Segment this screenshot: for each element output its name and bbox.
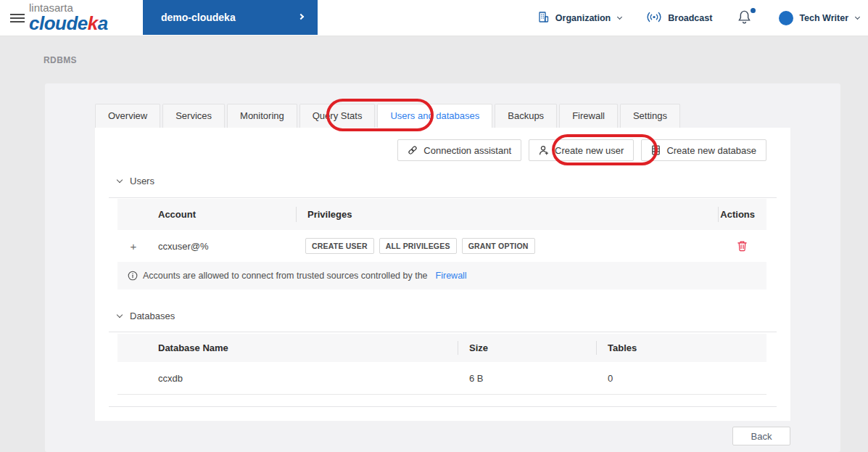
users-header-account: Account — [117, 199, 296, 230]
toolbar: Connection assistant Create new user Cre… — [397, 139, 766, 161]
info-note-text: Accounts are allowed to connect from tru… — [143, 271, 428, 281]
db-header-tables: Tables — [596, 334, 766, 362]
db-header-name: Database Name — [117, 334, 458, 362]
privilege-badge: GRANT OPTION — [462, 238, 535, 254]
divider — [109, 197, 777, 198]
privilege-badge: ALL PRIVILEGES — [379, 238, 457, 254]
divider — [109, 406, 777, 407]
menu-icon[interactable] — [10, 14, 25, 24]
avatar — [779, 11, 793, 25]
users-section-toggle[interactable]: Users — [117, 176, 154, 186]
db-tables-count: 0 — [596, 373, 766, 384]
tab-overview[interactable]: Overview — [95, 104, 160, 128]
user-name: Tech Writer — [799, 13, 848, 23]
database-icon — [651, 145, 661, 155]
users-header-actions: Actions — [718, 199, 766, 230]
tab-settings[interactable]: Settings — [620, 104, 680, 128]
db-name: ccxdb — [117, 373, 458, 384]
databases-table-header: Database Name Size Tables — [117, 334, 766, 362]
tab-bar: Overview Services Monitoring Query Stats… — [95, 104, 682, 128]
privilege-badge: CREATE USER — [305, 238, 374, 254]
notifications-button[interactable] — [737, 9, 754, 28]
project-selector-button[interactable]: demo-cloudeka — [143, 0, 318, 35]
create-new-user-button[interactable]: Create new user — [529, 139, 634, 161]
tab-firewall[interactable]: Firewall — [559, 104, 618, 128]
databases-section-title: Databases — [130, 311, 175, 321]
logo-brand-text: cloudeka — [29, 14, 108, 33]
organization-menu[interactable]: Organization — [537, 11, 621, 25]
link-icon — [408, 145, 418, 155]
chevron-down-icon — [117, 177, 123, 183]
create-new-user-label: Create new user — [555, 145, 624, 156]
user-add-icon — [539, 145, 549, 155]
connection-assistant-button[interactable]: Connection assistant — [397, 139, 521, 161]
user-account-name: ccxuser@% — [158, 241, 209, 252]
tab-query-stats[interactable]: Query Stats — [299, 104, 376, 128]
trash-icon — [737, 240, 748, 252]
bell-icon — [737, 9, 752, 25]
databases-table: Database Name Size Tables ccxdb 6 B 0 — [117, 334, 766, 395]
project-name: demo-cloudeka — [161, 12, 236, 23]
brand-logo: lintasarta cloudeka — [29, 2, 108, 33]
info-icon — [128, 271, 138, 281]
breadcrumb: RDBMS — [44, 55, 77, 65]
user-actions-cell — [718, 239, 766, 253]
db-header-size: Size — [458, 334, 596, 362]
db-size: 6 B — [458, 373, 596, 384]
connection-assistant-label: Connection assistant — [423, 145, 511, 156]
tab-backups[interactable]: Backups — [495, 104, 557, 128]
create-new-database-button[interactable]: Create new database — [641, 139, 766, 161]
chevron-down-icon — [117, 312, 123, 318]
database-row: ccxdb 6 B 0 — [117, 362, 766, 395]
user-account-cell: + ccxuser@% — [117, 230, 296, 262]
organization-label: Organization — [555, 13, 611, 23]
back-button[interactable]: Back — [732, 427, 790, 445]
create-new-database-label: Create new database — [666, 145, 756, 156]
tab-monitoring[interactable]: Monitoring — [227, 104, 297, 128]
broadcast-menu[interactable]: Broadcast — [646, 12, 712, 25]
notification-dot — [751, 8, 756, 13]
tab-services[interactable]: Services — [162, 104, 225, 128]
organization-icon — [537, 11, 550, 25]
users-table-header: Account Privileges Actions — [117, 199, 766, 230]
expand-row-button[interactable]: + — [128, 240, 139, 252]
top-bar: lintasarta cloudeka demo-cloudeka Organi… — [0, 0, 868, 36]
delete-user-button[interactable] — [735, 239, 749, 253]
firewall-link[interactable]: Firewall — [436, 271, 467, 281]
databases-section-toggle[interactable]: Databases — [117, 311, 175, 321]
privileges-cell: CREATE USER ALL PRIVILEGES GRANT OPTION — [296, 238, 718, 254]
tab-users-and-databases[interactable]: Users and databases — [377, 104, 492, 128]
users-header-privileges: Privileges — [296, 199, 718, 230]
chevron-down-icon — [855, 15, 860, 20]
firewall-info-note: Accounts are allowed to connect from tru… — [117, 262, 766, 289]
broadcast-label: Broadcast — [668, 13, 712, 23]
users-section-title: Users — [130, 176, 154, 186]
tab-content-panel: Connection assistant Create new user Cre… — [95, 128, 790, 421]
topbar-actions: Organization Broadcast Tech Writer — [537, 0, 859, 36]
divider — [109, 332, 777, 332]
user-row: + ccxuser@% CREATE USER ALL PRIVILEGES G… — [117, 230, 766, 262]
user-menu[interactable]: Tech Writer — [779, 11, 859, 25]
broadcast-icon — [646, 12, 662, 25]
users-table: Account Privileges Actions + ccxuser@% C… — [117, 199, 766, 289]
chevron-right-icon — [298, 14, 304, 20]
chevron-down-icon — [617, 15, 622, 20]
